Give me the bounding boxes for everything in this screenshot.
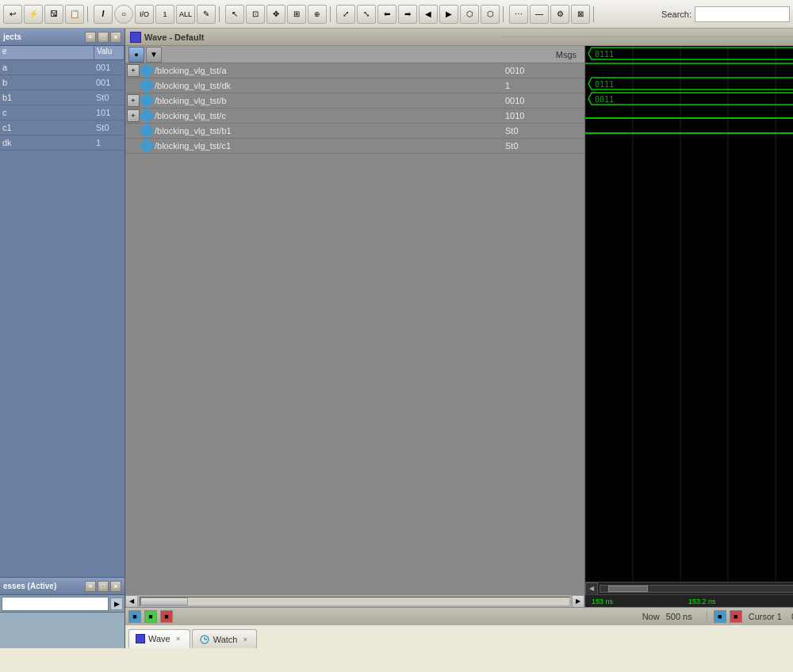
signal-value: St0	[505, 126, 584, 136]
signal-expand-btn[interactable]: +	[127, 109, 140, 122]
wave-status-icon-5[interactable]: ■	[730, 610, 742, 623]
toolbar-btn-settings[interactable]: ⚙	[550, 5, 569, 24]
wave-content: ● ▼ Msgs + /blocking_vlg_tst/a 0010 /blo…	[125, 46, 793, 607]
wave-window-icon	[130, 32, 141, 43]
toolbar-btn-3dots[interactable]: ⋯	[509, 5, 528, 24]
signal-expand-btn[interactable]: +	[127, 64, 140, 77]
toolbar-btn-zoom-full[interactable]: ⊠	[571, 5, 590, 24]
scroll-thumb[interactable]	[140, 598, 188, 605]
waveform-scroll-left[interactable]: ◀	[585, 582, 598, 595]
msgs-label: Msgs	[556, 50, 581, 59]
signal-row[interactable]: /blocking_vlg_tst/c1 St0	[125, 139, 584, 154]
toolbar-btn-circle[interactable]: ○	[114, 5, 133, 24]
resize-dots: ⋯⋯⋯⋯⋯⋯⋯⋯⋯⋯⋯⋯⋯⋯⋯⋯⋯⋯⋯⋯⋯⋯⋯⋯⋯⋯⋯⋯⋯⋯⋯⋯⋯⋯⋯⋯⋯⋯⋯⋯…	[501, 33, 793, 40]
signal-toolbar-arrow[interactable]: ▼	[146, 47, 162, 63]
toolbar-btn-left[interactable]: ◀	[419, 5, 438, 24]
panel-float-btn[interactable]: □	[98, 32, 109, 43]
wave-status-bar: ■ ■ ■ Now 500 ns ■ ■ Cursor 1 0.00 ns	[125, 607, 793, 624]
watch-tab-close[interactable]: ×	[240, 635, 250, 644]
waveform-scroll-track	[600, 585, 793, 593]
signal-row[interactable]: /blocking_vlg_tst/dk 1	[125, 78, 584, 94]
toolbar-btn-2[interactable]: ⚡	[24, 5, 43, 24]
processes-float-btn[interactable]: □	[98, 581, 109, 592]
toolbar-search: Search:	[661, 6, 790, 22]
scroll-right-btn[interactable]: ▶	[572, 595, 584, 608]
search-input[interactable]	[695, 6, 790, 22]
toolbar-btn-prev[interactable]: ⬅	[377, 5, 396, 24]
signal-row[interactable]: + /blocking_vlg_tst/c 1010	[125, 109, 584, 124]
processes-content: ▶	[0, 595, 125, 648]
toolbar-btn-all[interactable]: ALL	[176, 5, 195, 24]
timeline-tick-1: 153 ns	[592, 598, 613, 605]
signal-row[interactable]: /blocking_vlg_tst/b1 St0	[125, 124, 584, 139]
signal-hscroll[interactable]: ◀ ▶	[125, 594, 584, 607]
signal-row[interactable]: + /blocking_vlg_tst/a 0010	[125, 63, 584, 78]
panel-pin-btn[interactable]: =	[85, 32, 96, 43]
toolbar-btn-next[interactable]: ➡	[398, 5, 417, 24]
waveform-hscroll[interactable]: ◀ ▶	[585, 582, 793, 594]
signal-value: 0010	[505, 96, 584, 105]
processes-pin-btn[interactable]: =	[85, 581, 96, 592]
toolbar-btn-zoom-in[interactable]: ⤢	[336, 5, 355, 24]
toolbar-btn-io2[interactable]: ⊕	[308, 5, 327, 24]
waveform-scroll-thumb[interactable]	[608, 586, 648, 592]
signal-icon	[139, 78, 155, 94]
signal-pane-header: ● ▼ Msgs	[125, 46, 584, 63]
processes-search-input[interactable]	[2, 597, 109, 611]
toolbar-btn-ref1[interactable]: ⬡	[460, 5, 479, 24]
panel-row[interactable]: b1St0	[0, 90, 125, 105]
wave-status-icon-4[interactable]: ■	[714, 610, 726, 623]
toolbar-sep-4	[503, 6, 506, 22]
wave-tab-close[interactable]: ×	[174, 634, 183, 643]
wave-window: Wave - Default ⋯⋯⋯⋯⋯⋯⋯⋯⋯⋯⋯⋯⋯⋯⋯⋯⋯⋯⋯⋯⋯⋯⋯⋯⋯…	[125, 29, 793, 624]
toolbar-btn-zoom-out[interactable]: ⤡	[357, 5, 376, 24]
toolbar-btn-zoom-region[interactable]: ⊡	[246, 5, 265, 24]
wave-status-icon-2[interactable]: ■	[144, 610, 157, 623]
toolbar-btn-move[interactable]: ✥	[266, 5, 285, 24]
panel-row[interactable]: c1St0	[0, 120, 125, 136]
toolbar-btn-1-lbl[interactable]: 1	[155, 5, 174, 24]
panel-row-val: 001	[94, 78, 125, 87]
toolbar-btn-right[interactable]: ▶	[439, 5, 458, 24]
panel-row[interactable]: dk1	[0, 136, 125, 151]
toolbar-btn-4[interactable]: 📋	[65, 5, 84, 24]
timeline-tick-2: 153.2 ns	[688, 598, 716, 605]
scroll-left-btn[interactable]: ◀	[125, 595, 138, 608]
toolbar-btn-i[interactable]: I	[94, 5, 113, 24]
signal-name: /blocking_vlg_tst/a	[155, 66, 505, 75]
panel-row-name: dk	[0, 138, 94, 147]
signal-value: 0010	[505, 66, 584, 75]
signal-name: /blocking_vlg_tst/c1	[155, 141, 505, 151]
tab-watch[interactable]: Watch ×	[192, 629, 258, 648]
wave-status-icon-3[interactable]: ■	[160, 610, 173, 623]
toolbar-btn-select[interactable]: ⊞	[287, 5, 306, 24]
signal-toolbar-color[interactable]: ●	[128, 47, 144, 63]
panel-close-btn[interactable]: ×	[110, 32, 121, 43]
toolbar-btn-1[interactable]: ↩	[3, 5, 22, 24]
signal-icon	[139, 123, 155, 139]
panel-row-name: b1	[0, 93, 94, 102]
panel-row[interactable]: a001	[0, 60, 125, 75]
signal-expand-btn[interactable]: +	[127, 94, 140, 107]
processes-search-btn[interactable]: ▶	[110, 598, 123, 610]
toolbar-btn-pen[interactable]: ✎	[197, 5, 216, 24]
toolbar-btn-ref2[interactable]: ⬡	[481, 5, 500, 24]
signal-row[interactable]: + /blocking_vlg_tst/b 0010	[125, 94, 584, 109]
signal-value: 1010	[505, 111, 584, 120]
wave-title-bar: Wave - Default ⋯⋯⋯⋯⋯⋯⋯⋯⋯⋯⋯⋯⋯⋯⋯⋯⋯⋯⋯⋯⋯⋯⋯⋯⋯…	[125, 29, 793, 46]
wave-status-icon-1[interactable]: ■	[128, 610, 141, 623]
panel-row[interactable]: c101	[0, 105, 125, 120]
toolbar-btn-io[interactable]: I/O	[135, 5, 154, 24]
toolbar-btn-dash[interactable]: —	[530, 5, 549, 24]
processes-close-btn[interactable]: ×	[110, 581, 121, 592]
toolbar-sep-5	[593, 6, 596, 22]
watch-tab-icon	[199, 634, 210, 645]
panel-row[interactable]: b001	[0, 75, 125, 90]
panel-row-val: 101	[94, 108, 125, 117]
toolbar-btn-3[interactable]: 🖫	[44, 5, 63, 24]
toolbar-btn-cursor[interactable]: ↖	[225, 5, 244, 24]
waveform-pane: ◀ ▶ 153 ns 153.2 ns 153.4 ns	[585, 46, 793, 607]
tab-wave[interactable]: Wave ×	[128, 629, 190, 648]
toolbar-sep-1	[87, 6, 90, 22]
signal-name: /blocking_vlg_tst/b	[155, 96, 505, 105]
